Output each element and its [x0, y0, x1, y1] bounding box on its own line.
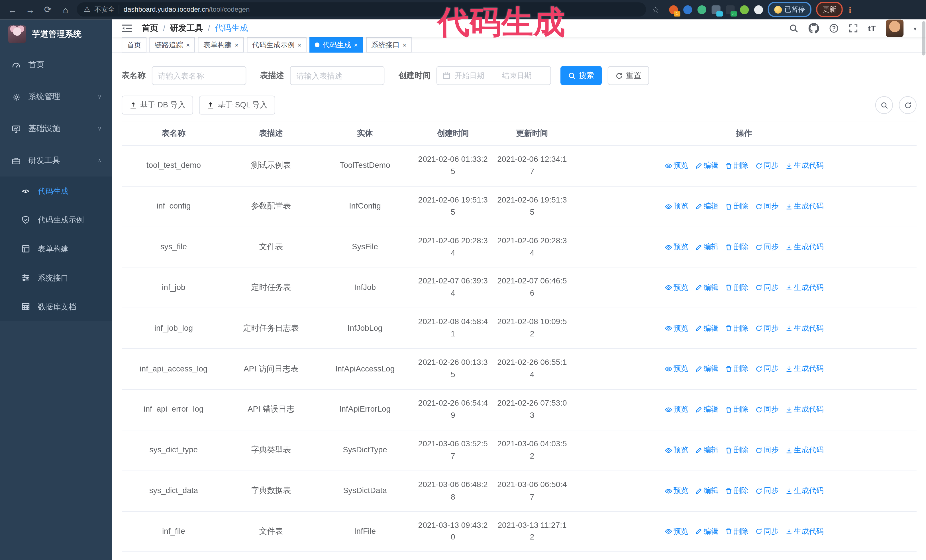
action-编辑[interactable]: 编辑	[695, 201, 719, 212]
app-logo[interactable]: 芋道管理系统	[0, 20, 112, 49]
help-icon[interactable]	[829, 24, 838, 33]
tab-表单构建[interactable]: 表单构建×	[198, 37, 244, 53]
action-同步[interactable]: 同步	[755, 282, 779, 293]
extension-vue-icon[interactable]	[697, 5, 706, 14]
browser-menu-icon[interactable]: ⋮	[846, 5, 854, 14]
browser-reload-icon[interactable]: ⟳	[41, 3, 54, 16]
extension-grid-icon[interactable]	[711, 5, 720, 14]
action-预览[interactable]: 预览	[665, 201, 688, 212]
action-预览[interactable]: 预览	[665, 363, 688, 374]
action-同步[interactable]: 同步	[755, 241, 779, 253]
font-size-icon[interactable]: tT	[868, 24, 876, 33]
action-删除[interactable]: 删除	[725, 323, 749, 334]
extension-gem-icon[interactable]	[683, 5, 692, 14]
action-生成代码[interactable]: 生成代码	[785, 160, 824, 172]
close-icon[interactable]: ×	[298, 42, 301, 48]
action-预览[interactable]: 预览	[665, 526, 688, 537]
action-编辑[interactable]: 编辑	[695, 404, 719, 415]
action-删除[interactable]: 删除	[725, 160, 749, 172]
bookmark-star-icon[interactable]: ☆	[652, 5, 659, 14]
action-预览[interactable]: 预览	[665, 160, 688, 172]
action-删除[interactable]: 删除	[725, 241, 749, 253]
action-同步[interactable]: 同步	[755, 526, 779, 537]
action-编辑[interactable]: 编辑	[695, 282, 719, 293]
action-生成代码[interactable]: 生成代码	[785, 485, 824, 497]
action-生成代码[interactable]: 生成代码	[785, 323, 824, 334]
tab-首页[interactable]: 首页	[122, 37, 147, 53]
action-删除[interactable]: 删除	[725, 445, 749, 456]
action-生成代码[interactable]: 生成代码	[785, 241, 824, 253]
action-编辑[interactable]: 编辑	[695, 445, 719, 456]
action-同步[interactable]: 同步	[755, 201, 779, 212]
search-button[interactable]: 搜索	[560, 66, 602, 85]
action-删除[interactable]: 删除	[725, 485, 749, 497]
action-预览[interactable]: 预览	[665, 282, 688, 293]
action-同步[interactable]: 同步	[755, 445, 779, 456]
address-bar[interactable]: ⚠ 不安全 dashboard.yudao.iocoder.cn/tool/co…	[77, 2, 646, 17]
action-生成代码[interactable]: 生成代码	[785, 445, 824, 456]
import-db-button[interactable]: 基于 DB 导入	[122, 96, 193, 115]
extension-green-icon[interactable]	[740, 5, 749, 14]
github-icon[interactable]	[808, 23, 819, 33]
action-生成代码[interactable]: 生成代码	[785, 363, 824, 374]
action-预览[interactable]: 预览	[665, 485, 688, 497]
hamburger-icon[interactable]	[122, 24, 132, 33]
tab-系统接口[interactable]: 系统接口×	[366, 37, 412, 53]
action-生成代码[interactable]: 生成代码	[785, 282, 824, 293]
sidebar-item-基础设施[interactable]: 基础设施∨	[0, 113, 112, 145]
chevron-down-icon[interactable]: ▾	[914, 25, 916, 32]
action-编辑[interactable]: 编辑	[695, 363, 719, 374]
close-icon[interactable]: ×	[186, 42, 190, 48]
action-同步[interactable]: 同步	[755, 404, 779, 415]
sidebar-item-数据库文档[interactable]: 数据库文档	[0, 292, 112, 321]
update-button[interactable]: 更新	[816, 2, 843, 17]
action-编辑[interactable]: 编辑	[695, 241, 719, 253]
action-同步[interactable]: 同步	[755, 485, 779, 497]
extension-dark-icon[interactable]: on	[725, 5, 734, 14]
action-删除[interactable]: 删除	[725, 404, 749, 415]
import-sql-button[interactable]: 基于 SQL 导入	[199, 96, 275, 115]
action-编辑[interactable]: 编辑	[695, 526, 719, 537]
action-同步[interactable]: 同步	[755, 363, 779, 374]
breadcrumb-item[interactable]: 首页	[142, 23, 158, 33]
fullscreen-icon[interactable]	[849, 24, 858, 33]
scrollbar-thumb[interactable]	[922, 21, 925, 56]
table-name-input[interactable]	[151, 66, 246, 85]
action-预览[interactable]: 预览	[665, 241, 688, 253]
breadcrumb-item[interactable]: 研发工具	[170, 23, 203, 33]
search-icon[interactable]	[789, 24, 798, 33]
user-avatar[interactable]	[886, 20, 903, 37]
browser-home-icon[interactable]: ⌂	[59, 3, 72, 16]
tab-代码生成[interactable]: 代码生成×	[310, 37, 363, 53]
browser-back-icon[interactable]: ←	[6, 3, 19, 16]
reset-button[interactable]: 重置	[608, 66, 649, 85]
sidebar-item-系统接口[interactable]: 系统接口	[0, 263, 112, 292]
show-search-circle-button[interactable]	[875, 96, 893, 114]
sidebar-item-表单构建[interactable]: 表单构建	[0, 234, 112, 264]
action-删除[interactable]: 删除	[725, 526, 749, 537]
action-生成代码[interactable]: 生成代码	[785, 201, 824, 212]
extension-ghost-icon[interactable]	[754, 5, 763, 14]
tab-链路追踪[interactable]: 链路追踪×	[149, 37, 195, 53]
table-desc-input[interactable]	[290, 66, 385, 85]
action-编辑[interactable]: 编辑	[695, 160, 719, 172]
action-删除[interactable]: 删除	[725, 201, 749, 212]
action-编辑[interactable]: 编辑	[695, 323, 719, 334]
action-预览[interactable]: 预览	[665, 445, 688, 456]
paused-badge[interactable]: 已暂停	[767, 2, 811, 17]
action-同步[interactable]: 同步	[755, 160, 779, 172]
sidebar-item-系统管理[interactable]: 系统管理∨	[0, 81, 112, 113]
close-icon[interactable]: ×	[235, 42, 239, 48]
action-编辑[interactable]: 编辑	[695, 485, 719, 497]
sidebar-item-首页[interactable]: 首页	[0, 49, 112, 81]
close-icon[interactable]: ×	[354, 42, 357, 48]
browser-forward-icon[interactable]: →	[24, 3, 37, 16]
action-同步[interactable]: 同步	[755, 323, 779, 334]
sidebar-item-代码生成[interactable]: </>代码生成	[0, 177, 112, 206]
extension-orange-icon[interactable]: 1	[669, 5, 678, 14]
action-删除[interactable]: 删除	[725, 363, 749, 374]
action-生成代码[interactable]: 生成代码	[785, 526, 824, 537]
sidebar-item-代码生成示例[interactable]: 代码生成示例	[0, 205, 112, 234]
refresh-circle-button[interactable]	[899, 96, 917, 114]
tab-代码生成示例[interactable]: 代码生成示例×	[247, 37, 307, 53]
